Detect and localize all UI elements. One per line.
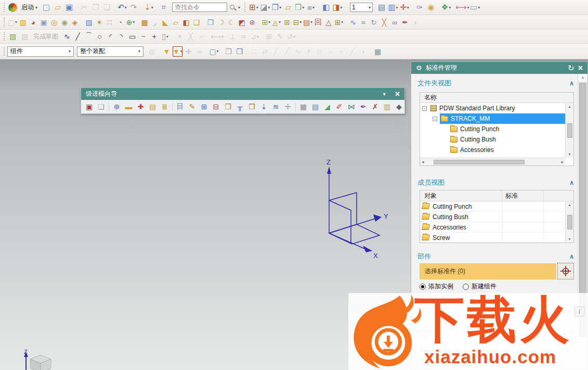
pdw-sheet-metal-icon[interactable]: ▦ — [297, 101, 309, 112]
assembly-scope-combo[interactable]: 整个装配 ▾ — [77, 46, 143, 57]
swept-icon[interactable]: ↻ — [369, 17, 379, 28]
wave-point-on-icon[interactable]: ⊙ — [314, 46, 325, 57]
wave-line3-icon[interactable]: ╱ — [347, 46, 358, 57]
tree-node-accessories[interactable]: Accessories — [420, 145, 565, 155]
datum-plane-icon[interactable]: ▧ — [84, 17, 94, 28]
wave-line2-icon[interactable]: ╱ — [281, 46, 292, 57]
cone-icon[interactable]: ◈ — [70, 17, 80, 28]
pdw-blank-generator-icon[interactable]: ⊕ — [111, 101, 123, 112]
emboss-icon[interactable]: △ — [323, 17, 334, 28]
scrollbar-thumb[interactable] — [434, 160, 525, 164]
tree-node-cutting-punch[interactable]: Cutting Punch — [420, 124, 565, 134]
layer-category-icon[interactable]: ❒ — [294, 2, 305, 13]
direct-sketch-icon[interactable]: ▢ — [7, 17, 18, 28]
select-top-assembly-icon[interactable]: ▼ — [161, 46, 172, 57]
pdw-scrap-design-icon[interactable]: ✚ — [135, 101, 147, 112]
line-icon[interactable]: ╱ — [72, 31, 83, 42]
visual-effects-icon[interactable]: ❖ — [440, 2, 452, 13]
paste-icon[interactable]: ❑ — [101, 2, 113, 13]
toolbar-grip[interactable] — [4, 3, 5, 11]
touch-mode-icon[interactable]: ⌗ — [158, 2, 169, 13]
column-header-object[interactable]: 对象 — [420, 190, 502, 201]
scroll-down-icon[interactable]: ▾ — [568, 237, 570, 241]
copy-icon[interactable]: ❐ — [90, 2, 101, 13]
profile-icon[interactable]: ∿ — [61, 31, 72, 42]
set-continuity-icon[interactable]: ≍ — [238, 31, 249, 42]
pdw-cavity-design-icon[interactable]: ❐ — [246, 101, 258, 112]
member-vertical-scrollbar[interactable]: ▴ ▾ — [565, 201, 573, 243]
animate-dimension-icon[interactable]: ↺ — [285, 31, 296, 42]
sphere-icon[interactable]: ◎ — [49, 17, 59, 28]
window-layout-icon[interactable]: ⊞ — [248, 2, 259, 13]
chamfer-sketch-icon[interactable]: ◝ — [116, 31, 127, 42]
filter-funnel-icon[interactable]: ▼ — [172, 46, 183, 57]
info-icon[interactable]: i — [574, 307, 584, 316]
tree-horizontal-scrollbar[interactable]: ◂ ▸ — [420, 158, 565, 165]
pdw-toolbar-titlebar[interactable]: 级进模向导 ▼ × — [81, 88, 404, 100]
start-menu-button[interactable]: 启动 ▾ — [19, 2, 40, 13]
rectangle-icon[interactable]: ▭ — [127, 31, 138, 42]
datum-csys-icon[interactable]: ✶ — [94, 17, 104, 28]
pdw-forming-insert-icon[interactable]: ❒ — [222, 101, 234, 112]
member-view-section-header[interactable]: 成员视图 ∧ — [417, 177, 574, 188]
search-icon[interactable] — [229, 4, 237, 11]
display-mode-icon[interactable]: ◪ — [259, 2, 271, 13]
layer-settings-icon[interactable]: ▤ — [376, 2, 387, 13]
edge-blend-icon[interactable]: ☽ — [216, 17, 226, 28]
scroll-up-icon[interactable]: ▴ — [568, 202, 570, 207]
revolve-icon[interactable]: ◕ — [28, 17, 38, 28]
quick-trim-icon[interactable]: × — [174, 31, 185, 42]
resize-face-icon[interactable]: ▤ — [303, 17, 313, 28]
clip-section-icon[interactable]: ◧ — [320, 2, 332, 13]
find-component-icon[interactable]: ◎ — [147, 46, 158, 57]
toolbar-options-icon[interactable]: ▼ — [382, 92, 387, 97]
chamfer-icon[interactable]: ☾ — [226, 17, 237, 28]
trim-body-icon[interactable]: ◧ — [181, 17, 191, 28]
wave-face-icon[interactable]: ◖ — [358, 46, 369, 57]
block-icon[interactable]: ▣ — [38, 17, 49, 28]
wcs-dynamics-icon[interactable]: ✛ — [399, 2, 410, 13]
wave-circle-icon[interactable]: ○ — [325, 46, 336, 57]
pdw-die-base-icon[interactable]: 目 — [174, 101, 186, 112]
undo-icon[interactable]: ↶ — [116, 2, 128, 13]
scroll-up-icon[interactable]: ∧ — [578, 74, 587, 82]
assembly-constraints-icon[interactable]: ∞ — [194, 46, 205, 57]
object-display-icon[interactable]: ◉ — [425, 2, 437, 13]
column-header-standard[interactable]: 标准 — [502, 190, 544, 201]
pdw-standard-parts-icon[interactable]: ⇣ — [258, 101, 270, 112]
toolbar-grip[interactable] — [4, 18, 5, 27]
close-icon[interactable]: × — [395, 90, 400, 98]
part-section-header[interactable]: 部件 ∧ — [417, 251, 574, 262]
pdw-assembly-link-icon[interactable]: ⋈ — [345, 101, 357, 112]
unite-icon[interactable]: ⊕ — [125, 17, 136, 28]
ribbon-builder-icon[interactable]: ✒ — [400, 17, 410, 28]
measure-distance-icon[interactable]: ⟷ — [455, 2, 469, 13]
wave-spline-icon[interactable]: ∿ — [292, 46, 303, 57]
command-finder-input[interactable] — [172, 3, 227, 12]
radio-add-instance[interactable]: 添加实例 — [420, 282, 453, 291]
extrude-icon[interactable]: ▥ — [18, 17, 28, 28]
join-face-icon[interactable]: ∞ — [389, 17, 400, 28]
toolbar-grip[interactable] — [244, 3, 245, 11]
measure-ruler-icon[interactable]: ▭ — [469, 2, 481, 13]
replace-face-icon[interactable]: ⊟ — [292, 17, 303, 28]
pdw-bending-insert-icon[interactable]: ⊟ — [210, 101, 222, 112]
move-component-icon[interactable]: ✚ — [183, 46, 194, 57]
select-standard-part-field[interactable]: 选择标准件 (0) — [420, 263, 556, 279]
wave-datum-axis-icon[interactable]: ↟ — [303, 46, 314, 57]
sketch-in-task-icon[interactable]: ▧ — [7, 31, 18, 42]
offset-face-icon[interactable]: ⊞ — [261, 17, 271, 28]
alternate-solution-icon[interactable]: ✎ — [275, 31, 285, 42]
rib-icon[interactable]: ◣ — [160, 17, 171, 28]
pdw-piercing-insert-icon[interactable]: ⊞ — [198, 101, 210, 112]
pdw-blank-layout-icon[interactable]: ▬ — [123, 101, 135, 112]
work-section-icon[interactable]: ❒ — [234, 46, 245, 57]
scrollbar-thumb[interactable] — [567, 215, 572, 229]
sweep-icon[interactable]: ◞ — [150, 17, 160, 28]
product-outline-icon[interactable]: ❒ — [223, 46, 234, 57]
pdw-strip-layout-icon[interactable]: ▤ — [147, 101, 159, 112]
pdw-insert-editor-icon[interactable]: ✎ — [186, 101, 198, 112]
wave-point-icon[interactable]: + — [336, 46, 347, 57]
cut-icon[interactable]: ✂ — [79, 2, 90, 13]
reattach-sketch-icon[interactable]: ▨ — [19, 31, 30, 42]
